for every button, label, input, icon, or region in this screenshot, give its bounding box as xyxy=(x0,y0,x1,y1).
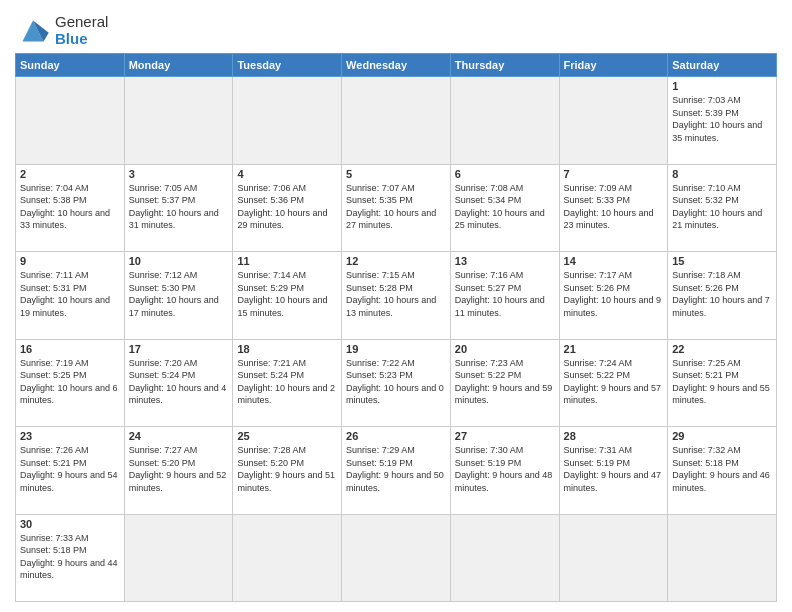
day-number: 27 xyxy=(455,430,555,442)
calendar-week-2: 9Sunrise: 7:11 AM Sunset: 5:31 PM Daylig… xyxy=(16,252,777,340)
calendar-cell: 20Sunrise: 7:23 AM Sunset: 5:22 PM Dayli… xyxy=(450,339,559,427)
calendar-cell: 3Sunrise: 7:05 AM Sunset: 5:37 PM Daylig… xyxy=(124,164,233,252)
logo: GeneralBlue xyxy=(15,14,108,47)
calendar-cell: 8Sunrise: 7:10 AM Sunset: 5:32 PM Daylig… xyxy=(668,164,777,252)
day-info: Sunrise: 7:15 AM Sunset: 5:28 PM Dayligh… xyxy=(346,269,446,319)
calendar-cell xyxy=(124,514,233,602)
logo-blue: Blue xyxy=(55,30,88,47)
calendar-cell: 14Sunrise: 7:17 AM Sunset: 5:26 PM Dayli… xyxy=(559,252,668,340)
day-info: Sunrise: 7:29 AM Sunset: 5:19 PM Dayligh… xyxy=(346,444,446,494)
page: GeneralBlue SundayMondayTuesdayWednesday… xyxy=(0,0,792,612)
calendar-cell: 10Sunrise: 7:12 AM Sunset: 5:30 PM Dayli… xyxy=(124,252,233,340)
day-info: Sunrise: 7:18 AM Sunset: 5:26 PM Dayligh… xyxy=(672,269,772,319)
calendar-cell xyxy=(233,77,342,165)
calendar-cell: 27Sunrise: 7:30 AM Sunset: 5:19 PM Dayli… xyxy=(450,427,559,515)
day-number: 22 xyxy=(672,343,772,355)
calendar-week-5: 30Sunrise: 7:33 AM Sunset: 5:18 PM Dayli… xyxy=(16,514,777,602)
day-header-thursday: Thursday xyxy=(450,54,559,77)
calendar-week-4: 23Sunrise: 7:26 AM Sunset: 5:21 PM Dayli… xyxy=(16,427,777,515)
day-info: Sunrise: 7:17 AM Sunset: 5:26 PM Dayligh… xyxy=(564,269,664,319)
day-info: Sunrise: 7:27 AM Sunset: 5:20 PM Dayligh… xyxy=(129,444,229,494)
calendar-cell: 29Sunrise: 7:32 AM Sunset: 5:18 PM Dayli… xyxy=(668,427,777,515)
calendar-cell xyxy=(342,77,451,165)
calendar-cell: 21Sunrise: 7:24 AM Sunset: 5:22 PM Dayli… xyxy=(559,339,668,427)
day-info: Sunrise: 7:19 AM Sunset: 5:25 PM Dayligh… xyxy=(20,357,120,407)
day-number: 19 xyxy=(346,343,446,355)
calendar-cell: 15Sunrise: 7:18 AM Sunset: 5:26 PM Dayli… xyxy=(668,252,777,340)
calendar-cell xyxy=(559,514,668,602)
day-number: 17 xyxy=(129,343,229,355)
day-info: Sunrise: 7:26 AM Sunset: 5:21 PM Dayligh… xyxy=(20,444,120,494)
day-info: Sunrise: 7:28 AM Sunset: 5:20 PM Dayligh… xyxy=(237,444,337,494)
day-number: 8 xyxy=(672,168,772,180)
day-number: 6 xyxy=(455,168,555,180)
day-number: 11 xyxy=(237,255,337,267)
calendar-body: 1Sunrise: 7:03 AM Sunset: 5:39 PM Daylig… xyxy=(16,77,777,602)
day-info: Sunrise: 7:24 AM Sunset: 5:22 PM Dayligh… xyxy=(564,357,664,407)
calendar-cell: 25Sunrise: 7:28 AM Sunset: 5:20 PM Dayli… xyxy=(233,427,342,515)
calendar-cell xyxy=(16,77,125,165)
day-number: 28 xyxy=(564,430,664,442)
day-info: Sunrise: 7:08 AM Sunset: 5:34 PM Dayligh… xyxy=(455,182,555,232)
calendar-cell xyxy=(450,77,559,165)
day-info: Sunrise: 7:03 AM Sunset: 5:39 PM Dayligh… xyxy=(672,94,772,144)
day-header-friday: Friday xyxy=(559,54,668,77)
calendar-cell xyxy=(233,514,342,602)
day-info: Sunrise: 7:20 AM Sunset: 5:24 PM Dayligh… xyxy=(129,357,229,407)
calendar-cell: 11Sunrise: 7:14 AM Sunset: 5:29 PM Dayli… xyxy=(233,252,342,340)
calendar-cell: 26Sunrise: 7:29 AM Sunset: 5:19 PM Dayli… xyxy=(342,427,451,515)
calendar-cell: 5Sunrise: 7:07 AM Sunset: 5:35 PM Daylig… xyxy=(342,164,451,252)
calendar-cell: 12Sunrise: 7:15 AM Sunset: 5:28 PM Dayli… xyxy=(342,252,451,340)
day-info: Sunrise: 7:14 AM Sunset: 5:29 PM Dayligh… xyxy=(237,269,337,319)
day-number: 7 xyxy=(564,168,664,180)
day-info: Sunrise: 7:30 AM Sunset: 5:19 PM Dayligh… xyxy=(455,444,555,494)
day-info: Sunrise: 7:16 AM Sunset: 5:27 PM Dayligh… xyxy=(455,269,555,319)
day-info: Sunrise: 7:25 AM Sunset: 5:21 PM Dayligh… xyxy=(672,357,772,407)
calendar-cell: 9Sunrise: 7:11 AM Sunset: 5:31 PM Daylig… xyxy=(16,252,125,340)
calendar-cell: 22Sunrise: 7:25 AM Sunset: 5:21 PM Dayli… xyxy=(668,339,777,427)
calendar-cell: 28Sunrise: 7:31 AM Sunset: 5:19 PM Dayli… xyxy=(559,427,668,515)
day-info: Sunrise: 7:07 AM Sunset: 5:35 PM Dayligh… xyxy=(346,182,446,232)
calendar-cell: 19Sunrise: 7:22 AM Sunset: 5:23 PM Dayli… xyxy=(342,339,451,427)
day-info: Sunrise: 7:12 AM Sunset: 5:30 PM Dayligh… xyxy=(129,269,229,319)
calendar-cell: 2Sunrise: 7:04 AM Sunset: 5:38 PM Daylig… xyxy=(16,164,125,252)
day-info: Sunrise: 7:32 AM Sunset: 5:18 PM Dayligh… xyxy=(672,444,772,494)
day-info: Sunrise: 7:09 AM Sunset: 5:33 PM Dayligh… xyxy=(564,182,664,232)
logo-general: GeneralBlue xyxy=(55,14,108,47)
calendar-cell: 30Sunrise: 7:33 AM Sunset: 5:18 PM Dayli… xyxy=(16,514,125,602)
day-number: 10 xyxy=(129,255,229,267)
calendar-week-1: 2Sunrise: 7:04 AM Sunset: 5:38 PM Daylig… xyxy=(16,164,777,252)
header: GeneralBlue xyxy=(15,10,777,47)
days-of-week-row: SundayMondayTuesdayWednesdayThursdayFrid… xyxy=(16,54,777,77)
calendar-cell: 17Sunrise: 7:20 AM Sunset: 5:24 PM Dayli… xyxy=(124,339,233,427)
day-number: 20 xyxy=(455,343,555,355)
general-blue-icon xyxy=(15,17,51,45)
calendar-header: SundayMondayTuesdayWednesdayThursdayFrid… xyxy=(16,54,777,77)
calendar-cell xyxy=(342,514,451,602)
day-number: 16 xyxy=(20,343,120,355)
calendar-cell xyxy=(668,514,777,602)
day-header-saturday: Saturday xyxy=(668,54,777,77)
day-number: 4 xyxy=(237,168,337,180)
calendar-cell: 7Sunrise: 7:09 AM Sunset: 5:33 PM Daylig… xyxy=(559,164,668,252)
day-number: 3 xyxy=(129,168,229,180)
day-header-tuesday: Tuesday xyxy=(233,54,342,77)
day-info: Sunrise: 7:33 AM Sunset: 5:18 PM Dayligh… xyxy=(20,532,120,582)
day-info: Sunrise: 7:22 AM Sunset: 5:23 PM Dayligh… xyxy=(346,357,446,407)
day-info: Sunrise: 7:10 AM Sunset: 5:32 PM Dayligh… xyxy=(672,182,772,232)
logo-text-block: GeneralBlue xyxy=(55,14,108,47)
calendar-cell: 23Sunrise: 7:26 AM Sunset: 5:21 PM Dayli… xyxy=(16,427,125,515)
day-number: 5 xyxy=(346,168,446,180)
calendar-cell: 6Sunrise: 7:08 AM Sunset: 5:34 PM Daylig… xyxy=(450,164,559,252)
day-number: 1 xyxy=(672,80,772,92)
day-header-monday: Monday xyxy=(124,54,233,77)
calendar-week-3: 16Sunrise: 7:19 AM Sunset: 5:25 PM Dayli… xyxy=(16,339,777,427)
calendar-cell: 24Sunrise: 7:27 AM Sunset: 5:20 PM Dayli… xyxy=(124,427,233,515)
day-number: 26 xyxy=(346,430,446,442)
day-header-wednesday: Wednesday xyxy=(342,54,451,77)
day-info: Sunrise: 7:21 AM Sunset: 5:24 PM Dayligh… xyxy=(237,357,337,407)
calendar-cell xyxy=(124,77,233,165)
day-number: 24 xyxy=(129,430,229,442)
day-info: Sunrise: 7:06 AM Sunset: 5:36 PM Dayligh… xyxy=(237,182,337,232)
day-number: 2 xyxy=(20,168,120,180)
